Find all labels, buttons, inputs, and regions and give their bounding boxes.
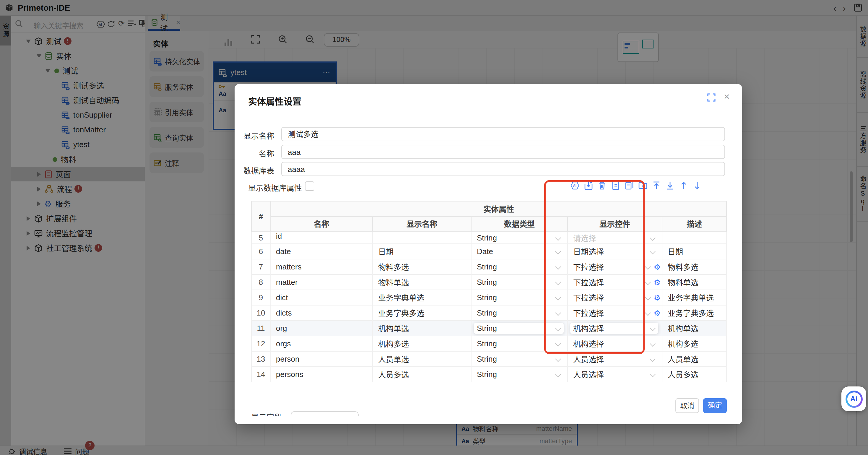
clipped-next-field: 显示字段: [251, 406, 405, 416]
move-bottom-icon[interactable]: [665, 181, 675, 190]
name-input[interactable]: aaa: [281, 145, 725, 159]
chevron-down-icon: [555, 371, 561, 377]
table-group-header: 实体属性: [271, 201, 727, 217]
show-db-props-checkbox[interactable]: [305, 181, 314, 191]
ai-label: Ai: [847, 392, 861, 406]
highlight-red-outline: [544, 180, 645, 354]
display-name-input[interactable]: 测试多选: [281, 127, 725, 141]
clipped-field-input[interactable]: [291, 411, 359, 416]
move-down-icon[interactable]: [692, 181, 702, 190]
chevron-down-icon: [645, 310, 651, 316]
control-settings-gear-icon[interactable]: ⚙: [654, 308, 660, 317]
dialog-title: 实体属性设置: [248, 95, 301, 107]
field-label-name: 名称: [233, 148, 274, 159]
chevron-down-icon: [650, 235, 656, 241]
confirm-button[interactable]: 确定: [703, 398, 727, 413]
cancel-button[interactable]: 取消: [675, 398, 699, 413]
chevron-down-icon: [555, 356, 561, 362]
move-up-icon[interactable]: [679, 181, 688, 190]
move-top-icon[interactable]: [652, 181, 661, 190]
show-db-props-label: 显示数据库属性: [248, 182, 302, 193]
column-header-display-name: 显示名称: [373, 217, 471, 232]
data-type-select[interactable]: String: [471, 367, 568, 382]
dialog-expand-icon[interactable]: [707, 93, 716, 102]
control-settings-gear-icon[interactable]: ⚙: [654, 293, 660, 302]
chevron-down-icon: [645, 295, 651, 301]
dialog-close-icon[interactable]: ×: [724, 91, 730, 103]
chevron-down-icon: [650, 341, 656, 346]
control-select[interactable]: 人员选择: [568, 367, 662, 382]
chevron-down-icon: [650, 248, 656, 254]
control-settings-gear-icon[interactable]: ⚙: [654, 278, 660, 286]
ai-ring-icon: Ai: [845, 390, 862, 407]
chevron-down-icon: [645, 264, 651, 270]
chevron-down-icon: [650, 371, 656, 377]
entity-properties-dialog: 实体属性设置 × 显示名称 测试多选 名称 aaa 数据库表 aaaa 显示数据…: [235, 84, 742, 424]
chevron-down-icon: [645, 279, 651, 285]
control-settings-gear-icon[interactable]: ⚙: [654, 262, 660, 271]
clipped-field-label: 显示字段: [251, 411, 282, 416]
field-label-display-name: 显示名称: [233, 130, 274, 141]
chevron-down-icon: [650, 356, 656, 362]
column-header-description: 描述: [662, 217, 727, 232]
column-header-index: #: [251, 201, 271, 232]
ai-assistant-button[interactable]: Ai: [841, 387, 866, 411]
db-table-input[interactable]: aaaa: [281, 162, 725, 176]
field-label-db-table: 数据库表: [233, 165, 274, 176]
column-header-name: 名称: [271, 217, 373, 232]
